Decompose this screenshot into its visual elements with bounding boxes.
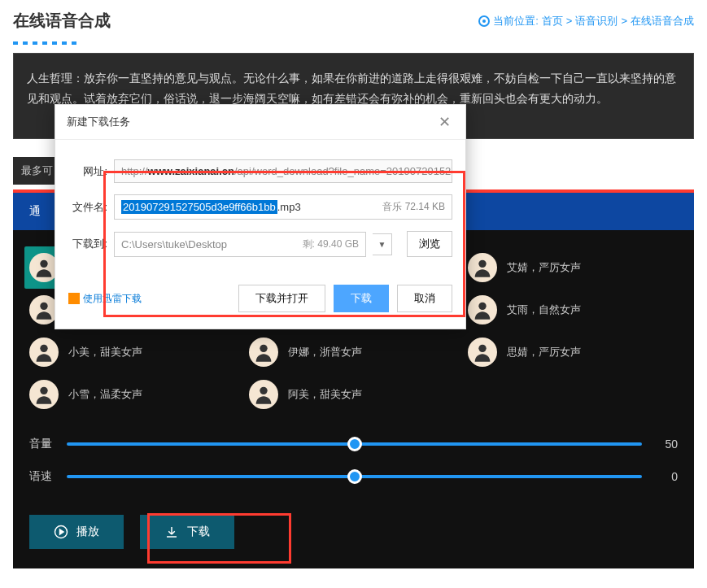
- path-value: C:\Users\tuke\Desktop: [121, 238, 227, 250]
- speed-value: 0: [653, 470, 678, 483]
- sliders: 音量 50 语速 0: [13, 416, 694, 484]
- avatar: [468, 338, 497, 367]
- voice-label: 阿美，甜美女声: [288, 387, 362, 402]
- action-buttons: 播放 下载: [13, 502, 694, 549]
- path-row: 下载到: C:\Users\tuke\Desktop 剩: 49.40 GB ▼…: [68, 231, 452, 257]
- filename-ext: .mp3: [277, 201, 301, 213]
- breadcrumb: 当前位置: 首页 > 语音识别 > 在线语音合成: [478, 14, 694, 28]
- decorative-stripe: [13, 41, 78, 45]
- filename-selected: 201907291527505d3e9ff66b1bb: [121, 200, 277, 214]
- thunder-icon: [68, 293, 80, 304]
- download-label: 下载: [187, 525, 210, 539]
- crumb-voice[interactable]: 语音识别: [575, 14, 618, 28]
- svg-point-9: [40, 387, 47, 394]
- speed-thumb[interactable]: [347, 469, 362, 484]
- crumb-home[interactable]: 首页: [542, 14, 563, 28]
- file-meta: 音乐 72.14 KB: [382, 200, 445, 214]
- svg-point-10: [260, 387, 267, 394]
- download-open-button[interactable]: 下载并打开: [238, 285, 325, 312]
- location-prefix: 当前位置:: [493, 14, 539, 28]
- url-rest: /api/word_download?file_name=20190729152…: [234, 165, 452, 177]
- thunder-link[interactable]: 使用迅雷下载: [68, 292, 142, 306]
- download-icon: [164, 525, 179, 539]
- voice-option[interactable]: 艾婧，严厉女声: [463, 246, 683, 289]
- speed-slider[interactable]: [67, 475, 642, 478]
- crumb-sep: >: [621, 15, 627, 27]
- dialog-footer: 使用迅雷下载 下载并打开 下载 取消: [55, 277, 465, 329]
- disk-remaining: 剩: 49.40 GB: [303, 237, 359, 251]
- path-label: 下载到:: [68, 237, 107, 251]
- voice-label: 艾婧，严厉女声: [507, 260, 581, 275]
- voice-option[interactable]: 艾雨，自然女声: [463, 289, 683, 331]
- voice-option[interactable]: 阿美，甜美女声: [244, 373, 464, 416]
- volume-slider[interactable]: [67, 442, 642, 446]
- svg-point-7: [260, 345, 267, 352]
- volume-value: 50: [653, 438, 678, 451]
- dialog-buttons: 下载并打开 下载 取消: [238, 285, 452, 312]
- url-row: 网址: http://www.zaixianai.cn/api/word_dow…: [68, 159, 452, 183]
- crumb-current: 在线语音合成: [631, 14, 694, 28]
- dialog-title: 新建下载任务: [67, 115, 130, 129]
- play-label: 播放: [76, 525, 99, 539]
- url-prefix: http://: [121, 165, 148, 177]
- voice-label: 小美，甜美女声: [68, 345, 142, 359]
- download-button[interactable]: 下载: [140, 515, 234, 549]
- svg-point-3: [40, 303, 47, 310]
- tab-general[interactable]: 通: [29, 204, 41, 217]
- location-icon: [478, 15, 490, 27]
- browse-button[interactable]: 浏览: [407, 231, 452, 257]
- volume-slider-row: 音量 50: [29, 437, 678, 451]
- voice-label: 艾雨，自然女声: [507, 303, 581, 317]
- avatar: [249, 380, 278, 409]
- filename-label: 文件名:: [68, 200, 107, 215]
- dialog-body: 网址: http://www.zaixianai.cn/api/word_dow…: [55, 140, 465, 277]
- avatar: [249, 338, 278, 367]
- cancel-button[interactable]: 取消: [397, 285, 452, 312]
- path-dropdown[interactable]: ▼: [373, 233, 392, 255]
- close-icon[interactable]: ✕: [435, 113, 454, 131]
- svg-point-0: [40, 260, 47, 268]
- voice-option[interactable]: 小雪，温柔女声: [24, 373, 244, 416]
- avatar: [468, 253, 497, 282]
- voice-label: 伊娜，浙普女声: [288, 345, 362, 359]
- url-domain: www.zaixianai.cn: [148, 165, 234, 177]
- voice-label: 小雪，温柔女声: [68, 387, 142, 402]
- voice-label: 思婧，严厉女声: [507, 345, 581, 359]
- svg-point-8: [479, 345, 487, 352]
- page-title: 在线语音合成: [13, 10, 111, 32]
- speed-slider-row: 语速 0: [29, 469, 678, 484]
- dialog-header: 新建下载任务 ✕: [55, 105, 465, 140]
- url-label: 网址:: [68, 164, 107, 179]
- svg-point-2: [479, 260, 487, 268]
- volume-thumb[interactable]: [347, 437, 362, 451]
- speed-label: 语速: [29, 469, 55, 484]
- filename-input[interactable]: 201907291527505d3e9ff66b1bb.mp3 音乐 72.14…: [114, 194, 452, 220]
- filename-row: 文件名: 201907291527505d3e9ff66b1bb.mp3 音乐 …: [68, 194, 452, 220]
- voice-option[interactable]: 伊娜，浙普女声: [244, 331, 464, 373]
- url-input[interactable]: http://www.zaixianai.cn/api/word_downloa…: [114, 159, 452, 183]
- path-input[interactable]: C:\Users\tuke\Desktop 剩: 49.40 GB: [114, 232, 366, 257]
- download-confirm-button[interactable]: 下载: [334, 285, 389, 312]
- avatar: [29, 338, 59, 367]
- avatar: [29, 380, 59, 409]
- svg-point-5: [479, 303, 487, 310]
- svg-point-6: [40, 345, 47, 352]
- sample-text[interactable]: 人生哲理：放弃你一直坚持的意见与观点。无论什么事，如果在你前进的道路上走得很艰难…: [27, 68, 680, 109]
- page-header: 在线语音合成 当前位置: 首页 > 语音识别 > 在线语音合成: [0, 0, 707, 41]
- download-dialog: 新建下载任务 ✕ 网址: http://www.zaixianai.cn/api…: [55, 104, 466, 329]
- play-button[interactable]: 播放: [29, 515, 124, 549]
- play-icon: [54, 525, 68, 539]
- crumb-sep: >: [566, 15, 573, 27]
- thunder-label: 使用迅雷下载: [83, 292, 142, 306]
- avatar: [468, 295, 497, 324]
- voice-option[interactable]: 思婧，严厉女声: [463, 331, 683, 373]
- volume-label: 音量: [29, 437, 55, 451]
- voice-option[interactable]: 小美，甜美女声: [24, 331, 244, 373]
